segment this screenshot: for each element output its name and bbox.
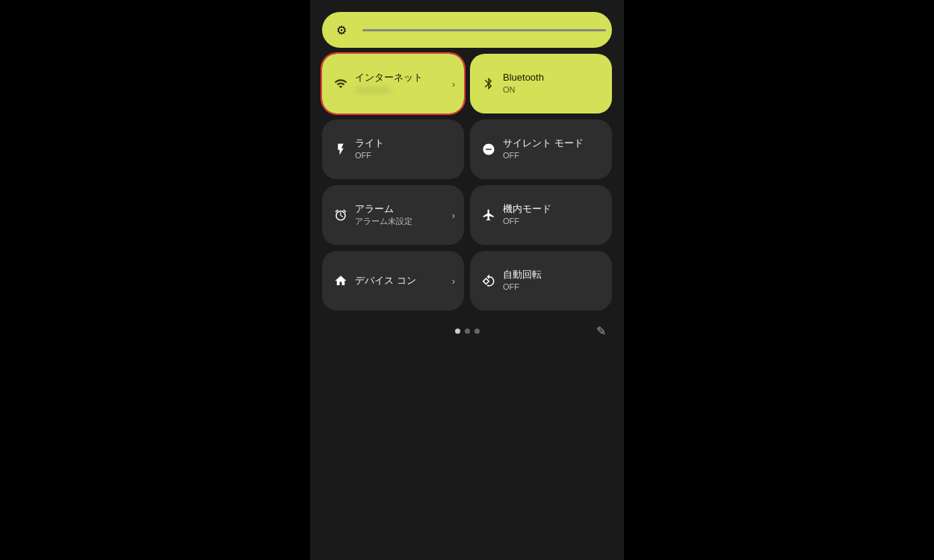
quick-settings-panel: ⚙ インターネット ●●●●●●● › — [310, 0, 624, 334]
flashlight-icon — [333, 143, 349, 156]
airplane-subtitle: OFF — [503, 216, 551, 226]
rotation-text: 自動回転 OFF — [503, 269, 542, 292]
device-icon — [333, 274, 349, 287]
airplane-icon — [480, 208, 497, 222]
rotation-title: 自動回転 — [503, 269, 542, 281]
brightness-slider[interactable] — [362, 29, 606, 31]
bluetooth-tile-content: Bluetooth ON — [480, 72, 601, 95]
edit-icon[interactable]: ✎ — [596, 324, 606, 338]
flashlight-title: ライト — [355, 137, 384, 150]
device-tile[interactable]: デバイス コン › — [322, 251, 464, 311]
device-text: デバイス コン — [355, 275, 416, 287]
top-bar[interactable]: ⚙ — [322, 12, 612, 48]
row-1: インターネット ●●●●●●● › Bluetooth ON — [322, 54, 612, 113]
flashlight-subtitle: OFF — [355, 150, 384, 161]
silent-tile[interactable]: サイレント モード OFF — [470, 119, 612, 179]
alarm-subtitle: アラーム未設定 — [355, 216, 412, 226]
device-tile-content: デバイス コン — [333, 274, 454, 287]
alarm-tile-content: アラーム アラーム未設定 — [333, 203, 454, 226]
bluetooth-title: Bluetooth — [503, 72, 544, 84]
alarm-text: アラーム アラーム未設定 — [355, 203, 412, 226]
bluetooth-subtitle: ON — [503, 84, 544, 95]
flashlight-text: ライト OFF — [355, 137, 384, 161]
airplane-text: 機内モード OFF — [503, 203, 551, 226]
pagination-dot-2 — [465, 329, 470, 334]
rotation-icon — [480, 274, 497, 287]
internet-tile-content: インターネット ●●●●●●● — [333, 72, 454, 95]
internet-arrow: › — [452, 78, 455, 90]
internet-subtitle: ●●●●●●● — [355, 84, 423, 95]
row-4: デバイス コン › 自動回転 OFF — [322, 251, 612, 311]
airplane-tile-content: 機内モード OFF — [480, 203, 601, 226]
bluetooth-icon — [480, 77, 497, 90]
internet-text: インターネット ●●●●●●● — [355, 72, 423, 95]
device-arrow: › — [452, 276, 455, 287]
silent-icon — [480, 143, 497, 156]
pagination-dot-3 — [474, 329, 480, 334]
rotation-tile-content: 自動回転 OFF — [480, 269, 601, 292]
alarm-title: アラーム — [355, 203, 412, 216]
bluetooth-tile[interactable]: Bluetooth ON — [470, 54, 612, 113]
phone-container: ⚙ インターネット ●●●●●●● › — [310, 0, 624, 560]
internet-tile[interactable]: インターネット ●●●●●●● › — [322, 54, 464, 113]
internet-title: インターネット — [355, 72, 423, 84]
airplane-title: 機内モード — [503, 203, 551, 216]
silent-title: サイレント モード — [503, 137, 584, 150]
silent-subtitle: OFF — [503, 150, 584, 161]
silent-text: サイレント モード OFF — [503, 137, 584, 161]
internet-icon — [333, 77, 349, 90]
alarm-icon — [333, 208, 349, 222]
row-2: ライト OFF サイレント モード OFF — [322, 119, 612, 179]
alarm-arrow: › — [452, 210, 455, 221]
silent-tile-content: サイレント モード OFF — [480, 137, 601, 161]
device-title: デバイス コン — [355, 275, 416, 287]
flashlight-tile[interactable]: ライト OFF — [322, 119, 464, 179]
alarm-tile[interactable]: アラーム アラーム未設定 › — [322, 185, 464, 245]
settings-icon[interactable]: ⚙ — [328, 16, 355, 43]
bluetooth-text: Bluetooth ON — [503, 72, 544, 95]
row-3: アラーム アラーム未設定 › 機内モード OFF — [322, 185, 612, 245]
flashlight-tile-content: ライト OFF — [333, 137, 454, 161]
rotation-tile[interactable]: 自動回転 OFF — [470, 251, 612, 311]
rotation-subtitle: OFF — [503, 281, 542, 292]
pagination-bar: ✎ — [322, 329, 612, 334]
pagination-dot-1 — [455, 329, 460, 334]
airplane-tile[interactable]: 機内モード OFF — [470, 185, 612, 245]
